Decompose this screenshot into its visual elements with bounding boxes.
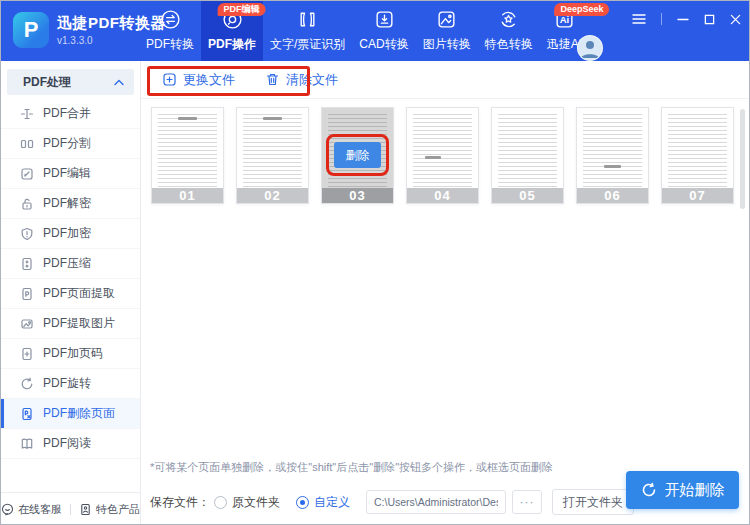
featured-products-link[interactable]: 特色产品 (79, 502, 140, 517)
sidebar-item-label: PDF合并 (43, 105, 91, 122)
header-bar: P 迅捷PDF转换器 v1.3.3.0 PDF转换 PDF编辑 PDF操作 (1, 1, 750, 61)
save-path-input[interactable] (366, 490, 506, 514)
close-icon[interactable] (730, 14, 741, 25)
radio-unchecked-icon (214, 496, 227, 509)
convert-circle-icon (160, 9, 181, 30)
page-thumbnail-5[interactable]: 05 (491, 107, 564, 204)
sidebar-group-header[interactable]: PDF处理 (7, 69, 134, 95)
delete-page-button[interactable]: 删除 (334, 142, 381, 168)
book-icon (20, 437, 34, 451)
cad-download-icon (374, 9, 395, 30)
clear-file-label: 清除文件 (286, 71, 338, 89)
sidebar: PDF处理 PDF合并 PDF分割 PDF编辑 PDF解密 PDF加密 (1, 61, 141, 525)
tab-pdf-convert[interactable]: PDF转换 (139, 1, 201, 61)
sidebar-footer: 在线客服 特色产品 (1, 492, 140, 525)
page-preview (668, 114, 727, 187)
page-number: 03 (322, 188, 393, 203)
replace-file-button[interactable]: 更换文件 (162, 71, 235, 89)
page-preview (583, 114, 642, 187)
thumbnail-heading-bar (425, 156, 442, 159)
page-thumbnail-4[interactable]: 04 (406, 107, 479, 204)
radio-checked-icon (296, 496, 309, 509)
window-controls (632, 13, 741, 25)
rotate-icon (20, 377, 34, 391)
page-extract-icon (20, 287, 34, 301)
top-nav: PDF转换 PDF编辑 PDF操作 文字/票证识别 CAD转换 (139, 1, 589, 61)
sidebar-item-pdf-read[interactable]: PDF阅读 (1, 429, 140, 459)
sidebar-item-pdf-page-number[interactable]: PDF加页码 (1, 339, 140, 369)
sidebar-item-label: PDF页面提取 (43, 285, 115, 302)
sidebar-item-label: PDF加密 (43, 225, 91, 242)
tab-image-convert[interactable]: 图片转换 (416, 1, 478, 61)
sidebar-item-label: PDF解密 (43, 195, 91, 212)
tab-label: CAD转换 (359, 36, 408, 53)
support-chat-icon (1, 503, 14, 516)
controls-divider (661, 13, 662, 25)
image-icon (436, 9, 457, 30)
sidebar-item-pdf-merge[interactable]: PDF合并 (1, 99, 140, 129)
tab-cad-convert[interactable]: CAD转换 (352, 1, 415, 61)
image-extract-icon (20, 317, 34, 331)
sidebar-item-pdf-compress[interactable]: PDF压缩 (1, 249, 140, 279)
tab-special-convert[interactable]: 特色转换 (478, 1, 540, 61)
thumbnail-heading-bar (178, 117, 197, 120)
page-thumbnail-1[interactable]: 01 (151, 107, 224, 204)
page-preview (243, 114, 302, 187)
sidebar-item-label: PDF分割 (43, 135, 91, 152)
sidebar-item-label: PDF提取图片 (43, 315, 115, 332)
sidebar-item-pdf-delete-page[interactable]: PDF删除页面 (1, 399, 140, 429)
tab-label: PDF操作 (208, 36, 256, 53)
minimize-icon[interactable] (677, 13, 689, 25)
save-original-folder-radio[interactable]: 原文件夹 (214, 494, 280, 511)
star-convert-icon (498, 9, 519, 30)
sidebar-item-pdf-encrypt[interactable]: PDF加密 (1, 219, 140, 249)
page-thumbnail-2[interactable]: 02 (236, 107, 309, 204)
tab-pdf-operate[interactable]: PDF编辑 PDF操作 (201, 1, 263, 61)
save-custom-folder-radio[interactable]: 自定义 (296, 494, 350, 511)
app-logo-icon: P (13, 12, 49, 48)
sidebar-item-pdf-decrypt[interactable]: PDF解密 (1, 189, 140, 219)
sidebar-item-pdf-edit[interactable]: PDF编辑 (1, 159, 140, 189)
tab-ocr[interactable]: 文字/票证识别 (263, 1, 352, 61)
menu-icon[interactable] (632, 13, 646, 25)
save-options-row: 保存文件： 原文件夹 自定义 ··· 打开文件夹 (150, 489, 634, 515)
page-thumbnail-6[interactable]: 06 (576, 107, 649, 204)
split-icon (20, 137, 34, 151)
clear-file-button[interactable]: 清除文件 (265, 71, 338, 89)
sidebar-item-pdf-page-extract[interactable]: PDF页面提取 (1, 279, 140, 309)
open-folder-button[interactable]: 打开文件夹 (552, 489, 634, 515)
page-number-icon (20, 347, 34, 361)
page-number: 04 (407, 188, 478, 203)
page-number: 01 (152, 188, 223, 203)
replace-file-label: 更换文件 (183, 71, 235, 89)
sidebar-item-pdf-split[interactable]: PDF分割 (1, 129, 140, 159)
products-badge-icon (79, 503, 92, 516)
edit-icon (20, 167, 34, 181)
refresh-circle-icon (641, 482, 657, 498)
main-panel: 更换文件 清除文件 01 02 03 (141, 61, 750, 525)
browse-folder-button[interactable]: ··· (512, 490, 542, 514)
tab-label: 图片转换 (423, 36, 471, 53)
compress-icon (20, 257, 34, 271)
sidebar-item-label: PDF阅读 (43, 435, 91, 452)
file-toolbar: 更换文件 清除文件 (141, 61, 750, 99)
sidebar-item-label: PDF旋转 (43, 375, 91, 392)
user-avatar[interactable] (577, 35, 603, 61)
page-preview (498, 114, 557, 187)
sidebar-group-title: PDF处理 (23, 74, 71, 91)
thumbnails-scrollbar[interactable] (740, 109, 745, 209)
sidebar-item-label: PDF加页码 (43, 345, 103, 362)
online-support-link[interactable]: 在线客服 (1, 502, 62, 517)
page-number: 05 (492, 188, 563, 203)
featured-products-label: 特色产品 (96, 502, 140, 517)
page-preview (158, 114, 217, 187)
sidebar-item-pdf-extract-image[interactable]: PDF提取图片 (1, 309, 140, 339)
start-delete-button[interactable]: 开始删除 (626, 471, 739, 509)
page-number: 06 (577, 188, 648, 203)
shield-icon (20, 227, 34, 241)
sidebar-item-pdf-rotate[interactable]: PDF旋转 (1, 369, 140, 399)
page-thumbnail-3[interactable]: 03 删除 (321, 107, 394, 204)
maximize-icon[interactable] (704, 14, 715, 25)
page-number: 07 (662, 188, 733, 203)
page-thumbnail-7[interactable]: 07 (661, 107, 734, 204)
